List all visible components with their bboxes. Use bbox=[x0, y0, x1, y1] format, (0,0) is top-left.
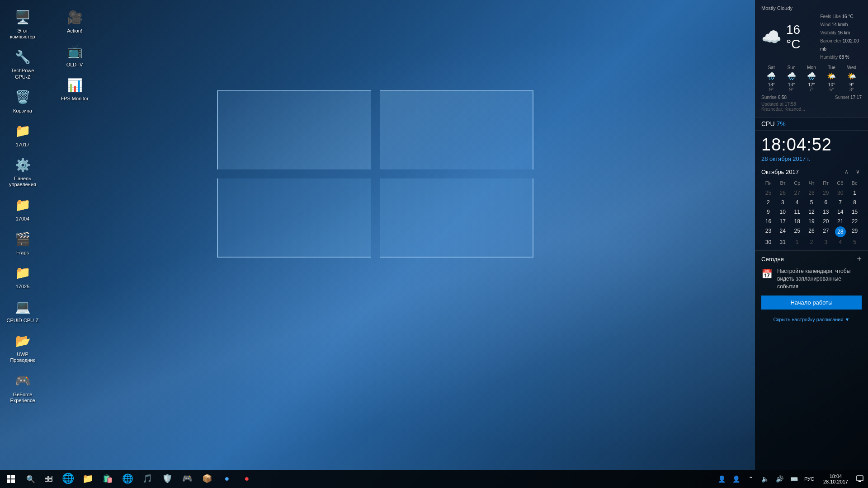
calendar-day-5-6[interactable]: 5 bbox=[848, 238, 862, 247]
calendar-day-0-5[interactable]: 30 bbox=[833, 188, 847, 197]
tray-user-icon[interactable]: 👤 bbox=[716, 470, 728, 488]
desktop-icon-recycle-bin[interactable]: 🗑️ Корзина bbox=[5, 84, 41, 117]
taskbar-search[interactable]: 🔍 bbox=[22, 470, 40, 488]
calendar-day-5-4[interactable]: 3 bbox=[819, 238, 833, 247]
desktop-icon-techpowerup-gpu-z[interactable]: 🔧 TechPowe GPU-Z bbox=[5, 44, 41, 83]
taskbar-app-defender[interactable]: 🛡️ bbox=[157, 470, 177, 488]
calendar-next-button[interactable]: ∨ bbox=[854, 168, 862, 176]
desktop-icon-action[interactable]: 🎥 Action! bbox=[57, 5, 93, 38]
calendar-day-5-1[interactable]: 31 bbox=[776, 238, 790, 247]
calendar-day-1-2[interactable]: 4 bbox=[790, 198, 804, 207]
calendar-day-2-6[interactable]: 15 bbox=[848, 207, 862, 216]
desktop-icon-uwp-explorer[interactable]: 📂 UWP Проводник bbox=[5, 328, 41, 367]
taskbar-app-media[interactable]: 🎵 bbox=[137, 470, 157, 488]
calendar-day-4-3[interactable]: 26 bbox=[805, 226, 819, 237]
desktop-icon-my-computer[interactable]: 🖥️ Этот компьютер bbox=[5, 5, 41, 43]
calendar-day-4-1[interactable]: 24 bbox=[776, 226, 790, 237]
taskbar-app-edge[interactable]: 🌐 bbox=[58, 470, 78, 488]
cpu-section: CPU 7% bbox=[755, 117, 868, 131]
taskbar-app-steam[interactable]: 🎮 bbox=[177, 470, 197, 488]
calendar-day-4-2[interactable]: 25 bbox=[790, 226, 804, 237]
calendar-day-2-1[interactable]: 10 bbox=[776, 207, 790, 216]
calendar-day-1-3[interactable]: 5 bbox=[805, 198, 819, 207]
calendar-day-0-3[interactable]: 28 bbox=[805, 188, 819, 197]
desktop-icon-folder-17004[interactable]: 📁 17004 bbox=[5, 192, 41, 225]
desktop-icon-cpuid-cpu-z[interactable]: 💻 CPUID CPU-Z bbox=[5, 294, 41, 327]
tray-volume[interactable]: 🔊 bbox=[774, 470, 786, 488]
calendar-day-4-4[interactable]: 27 bbox=[819, 226, 833, 237]
calendar-day-0-6[interactable]: 1 bbox=[848, 188, 862, 197]
today-add-button[interactable]: + bbox=[857, 254, 862, 264]
forecast-day-mon: Mon bbox=[802, 65, 821, 70]
taskbar: 🔍 🌐 📁 🛍️ 🌐 🎵 🛡️ 🎮 📦 ● ● 👤 👤 ⌃ 🔈 🔊 bbox=[0, 470, 868, 488]
calendar-day-3-2[interactable]: 18 bbox=[790, 217, 804, 226]
dow-пт: Пт bbox=[819, 179, 833, 187]
calendar-day-5-0[interactable]: 30 bbox=[761, 238, 775, 247]
calendar-day-1-1[interactable]: 3 bbox=[776, 198, 790, 207]
icon-img-folder-17017: 📁 bbox=[14, 122, 32, 140]
forecast-icon-mon: 🌧️ bbox=[802, 72, 821, 80]
calendar-section[interactable]: Октябрь 2017 ∧ ∨ ПнВтСрЧтПтСбВс 25262728… bbox=[755, 164, 868, 250]
calendar-day-1-0[interactable]: 2 bbox=[761, 198, 775, 207]
tray-keyboard[interactable]: ⌨️ bbox=[788, 470, 801, 488]
desktop-icon-folder-17017[interactable]: 📁 17017 bbox=[5, 118, 41, 151]
desktop-icon-fraps[interactable]: 🎬 Fraps bbox=[5, 226, 41, 259]
calendar-day-0-4[interactable]: 29 bbox=[819, 188, 833, 197]
calendar-day-2-0[interactable]: 9 bbox=[761, 207, 775, 216]
start-button[interactable]: Начало работы bbox=[761, 296, 862, 310]
tray-person-icon[interactable]: 👤 bbox=[730, 470, 743, 488]
calendar-nav: ∧ ∨ bbox=[843, 168, 862, 176]
weather-sun-times: Sunrise 6:58 Sunset 17:17 bbox=[761, 95, 862, 100]
calendar-day-5-2[interactable]: 1 bbox=[790, 238, 804, 247]
forecast-icon-tue: 🌤️ bbox=[821, 72, 841, 80]
desktop-icon-control-panel[interactable]: ⚙️ Панель управления bbox=[5, 152, 41, 191]
start-button-taskbar[interactable] bbox=[0, 470, 22, 488]
tray-language[interactable]: РУС bbox=[802, 476, 816, 482]
taskbar-app-pkg[interactable]: 📦 bbox=[197, 470, 217, 488]
calendar-day-0-1[interactable]: 26 bbox=[776, 188, 790, 197]
taskbar-clock[interactable]: 18:04 28.10.2017 bbox=[820, 470, 852, 488]
calendar-day-3-5[interactable]: 21 bbox=[833, 217, 847, 226]
taskbar-app-explorer[interactable]: 📁 bbox=[78, 470, 98, 488]
calendar-day-4-5[interactable]: 28 bbox=[835, 226, 846, 237]
calendar-day-2-3[interactable]: 12 bbox=[805, 207, 819, 216]
icon-img-techpowerup-gpu-z: 🔧 bbox=[14, 48, 32, 66]
taskbar-app-store[interactable]: 🛍️ bbox=[98, 470, 118, 488]
desktop-icon-fps-monitor[interactable]: 📊 FPS Monitor bbox=[57, 72, 93, 105]
calendar-day-2-2[interactable]: 11 bbox=[790, 207, 804, 216]
tray-network[interactable]: 🔈 bbox=[759, 470, 772, 488]
calendar-day-5-5[interactable]: 4 bbox=[833, 238, 847, 247]
desktop: 🖥️ Этот компьютер 🔧 TechPowe GPU-Z 🗑️ Ко… bbox=[0, 0, 868, 488]
calendar-day-3-0[interactable]: 16 bbox=[761, 217, 775, 226]
calendar-day-2-5[interactable]: 14 bbox=[833, 207, 847, 216]
today-label: Сегодня bbox=[761, 256, 784, 263]
taskbar-task-view[interactable] bbox=[40, 470, 58, 488]
calendar-day-0-0[interactable]: 25 bbox=[761, 188, 775, 197]
calendar-day-5-3[interactable]: 2 bbox=[805, 238, 819, 247]
calendar-day-2-4[interactable]: 13 bbox=[819, 207, 833, 216]
calendar-day-1-5[interactable]: 7 bbox=[833, 198, 847, 207]
icon-label-uwp-explorer: UWP Проводник bbox=[6, 352, 39, 363]
desktop-icon-folder-17025[interactable]: 📁 17025 bbox=[5, 260, 41, 293]
windows-logo bbox=[217, 90, 533, 262]
taskbar-app-ie[interactable]: 🌐 bbox=[118, 470, 137, 488]
taskbar-app-chrome[interactable]: ● bbox=[217, 470, 237, 488]
calendar-day-1-4[interactable]: 6 bbox=[819, 198, 833, 207]
tray-chevron-up[interactable]: ⌃ bbox=[745, 470, 757, 488]
action-center-button[interactable] bbox=[852, 470, 868, 488]
desktop-icon-oldtv[interactable]: 📺 OLDTV bbox=[57, 38, 93, 71]
calendar-day-3-3[interactable]: 19 bbox=[805, 217, 819, 226]
calendar-day-3-1[interactable]: 17 bbox=[776, 217, 790, 226]
desktop-icon-geforce-experience[interactable]: 🎮 GeForce Experience bbox=[5, 368, 41, 407]
calendar-day-3-6[interactable]: 22 bbox=[848, 217, 862, 226]
calendar-day-4-0[interactable]: 23 bbox=[761, 226, 775, 237]
calendar-day-3-4[interactable]: 20 bbox=[819, 217, 833, 226]
calendar-day-0-2[interactable]: 27 bbox=[790, 188, 804, 197]
taskbar-app-red[interactable]: ● bbox=[237, 470, 257, 488]
calendar-prev-button[interactable]: ∧ bbox=[843, 168, 850, 176]
icon-label-geforce-experience: GeForce Experience bbox=[6, 392, 39, 404]
clock-time: 18:04:52 bbox=[761, 135, 862, 155]
calendar-day-1-6[interactable]: 8 bbox=[848, 198, 862, 207]
hide-schedule-link[interactable]: Скрыть настройку расписания ▼ bbox=[761, 315, 862, 324]
calendar-day-4-6[interactable]: 29 bbox=[848, 226, 862, 237]
